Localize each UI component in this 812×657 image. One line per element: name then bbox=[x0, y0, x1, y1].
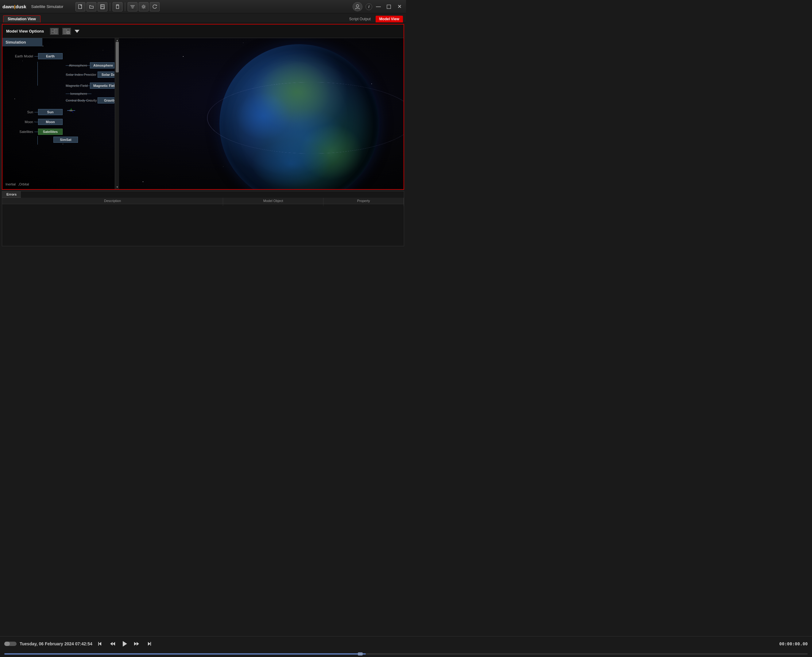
svg-rect-13 bbox=[387, 5, 391, 9]
simulation-header: Simulation bbox=[2, 38, 42, 46]
svg-rect-15 bbox=[51, 32, 54, 34]
scroll-down[interactable]: ▼ bbox=[115, 185, 120, 189]
earth-children: Atmosphere Atmosphere Solar Index Provid… bbox=[37, 62, 115, 104]
satellites-node[interactable]: Satellites bbox=[38, 129, 63, 135]
main-simulation-area: Model View Options bbox=[2, 24, 404, 190]
svg-rect-19 bbox=[67, 32, 70, 34]
obj-cell bbox=[223, 204, 323, 206]
script-output-tab[interactable]: Script Output bbox=[346, 16, 374, 22]
info-button[interactable]: i bbox=[365, 3, 372, 10]
svg-rect-25 bbox=[73, 110, 75, 111]
svg-rect-24 bbox=[67, 110, 70, 111]
atmosphere-row: Atmosphere Atmosphere bbox=[66, 62, 115, 69]
magnetic-label: Magnetic Field bbox=[66, 84, 87, 87]
atmosphere-node[interactable]: Atmosphere bbox=[90, 62, 115, 69]
solar-data-node[interactable]: Solar Data bbox=[98, 72, 115, 78]
reset-button[interactable] bbox=[150, 2, 160, 11]
svg-point-11 bbox=[143, 6, 144, 8]
sun-label: Sun bbox=[6, 110, 33, 114]
sim-tree: Simulation Earth Model Earth bbox=[2, 38, 115, 189]
sun-row: Sun Sun bbox=[6, 108, 115, 116]
ionosphere-row: Ionosphere bbox=[66, 91, 115, 96]
model-view-tab[interactable]: Model View bbox=[376, 16, 403, 22]
simsat-row: SimSat bbox=[53, 136, 115, 143]
magnetic-field-node[interactable]: Magnetic Field bbox=[90, 83, 115, 89]
save-button[interactable] bbox=[98, 2, 107, 11]
earth-node[interactable]: Earth bbox=[38, 53, 63, 59]
satellites-label: Satellites bbox=[6, 130, 33, 134]
gravity-label: Central Body Gravity bbox=[66, 98, 96, 102]
desc-cell bbox=[2, 204, 223, 206]
tree-scrollbar[interactable]: ▲ ▼ bbox=[115, 38, 119, 189]
moon-row: Moon Moon bbox=[6, 118, 115, 126]
open-button[interactable] bbox=[87, 2, 96, 11]
tree-panel: Simulation Earth Model Earth bbox=[2, 38, 119, 189]
svg-rect-5 bbox=[101, 7, 104, 9]
earth-model-label: Earth Model bbox=[6, 54, 33, 58]
earth-connector bbox=[34, 56, 38, 56]
right-tabs: Script Output Model View bbox=[346, 16, 403, 22]
view-icon-1[interactable] bbox=[50, 28, 59, 35]
svg-point-12 bbox=[356, 5, 359, 7]
toolbar bbox=[76, 2, 352, 11]
space-background: Simulation Earth Model Earth bbox=[2, 38, 404, 189]
orbital-label: ,Orbital bbox=[18, 182, 29, 186]
dropdown-arrow[interactable] bbox=[75, 30, 79, 33]
svg-rect-17 bbox=[64, 29, 66, 34]
errors-section: Errors Description Model Object Property bbox=[2, 191, 404, 246]
moon-node[interactable]: Moon bbox=[38, 119, 63, 125]
separator-2 bbox=[125, 2, 125, 11]
sun-node[interactable]: Sun bbox=[38, 109, 63, 115]
logo-text: dawn|dusk bbox=[2, 4, 26, 9]
gravity-node[interactable]: Gravity bbox=[98, 97, 115, 103]
clipboard-button[interactable] bbox=[113, 2, 123, 11]
tree-content: Earth Model Earth Atmosphere Atmosphere bbox=[2, 46, 115, 146]
satellite-marker bbox=[67, 107, 76, 114]
property-col-header: Property bbox=[323, 198, 404, 204]
close-button[interactable]: ✕ bbox=[395, 3, 404, 10]
solar-label: Solar Index Provider bbox=[66, 73, 96, 76]
svg-rect-16 bbox=[54, 29, 57, 34]
errors-table: Description Model Object Property bbox=[2, 198, 404, 206]
earth-model-row: Earth Model Earth bbox=[6, 53, 115, 60]
inertial-label: Inertial bbox=[6, 182, 16, 186]
settings-button[interactable] bbox=[139, 2, 149, 11]
tab-row: Simulation View Script Output Model View bbox=[0, 14, 406, 23]
description-col-header: Description bbox=[2, 198, 223, 204]
new-button[interactable] bbox=[76, 2, 85, 11]
separator-1 bbox=[110, 2, 110, 11]
atmosphere-label: Atmosphere bbox=[66, 64, 87, 67]
error-row-empty bbox=[2, 204, 404, 206]
errors-tab[interactable]: Errors bbox=[2, 191, 21, 198]
svg-rect-18 bbox=[67, 29, 70, 31]
magnetic-field-row: Magnetic Field Magnetic Field bbox=[66, 82, 115, 89]
solar-index-row: Solar Index Provider Solar Data bbox=[66, 71, 115, 78]
moon-label: Moon bbox=[6, 120, 33, 124]
maximize-button[interactable] bbox=[385, 3, 393, 10]
satellites-row: Satellites Satellites bbox=[6, 128, 115, 135]
app-title: Satellite Simulator bbox=[31, 4, 64, 9]
filter-button[interactable] bbox=[128, 2, 138, 11]
titlebar: dawn|dusk Satellite Simulator bbox=[0, 0, 406, 14]
options-label: Model View Options bbox=[6, 29, 44, 33]
scroll-thumb[interactable] bbox=[116, 42, 119, 72]
ionosphere-label: Ionosphere bbox=[66, 92, 87, 95]
model-object-col-header: Model Object bbox=[223, 198, 323, 204]
simsat-node[interactable]: SimSat bbox=[53, 137, 78, 143]
prop-cell bbox=[323, 204, 404, 206]
satellites-children: SimSat bbox=[37, 136, 115, 143]
minimize-button[interactable]: — bbox=[374, 3, 383, 10]
simulation-view-tab[interactable]: Simulation View bbox=[3, 16, 40, 22]
options-bar: Model View Options bbox=[2, 25, 404, 38]
gravity-row: Central Body Gravity Gravity bbox=[66, 97, 115, 104]
view-icon-2[interactable] bbox=[62, 28, 71, 35]
svg-rect-23 bbox=[70, 110, 72, 111]
window-controls: i — ✕ bbox=[352, 2, 404, 11]
bottom-labels: Inertial ,Orbital bbox=[6, 182, 29, 186]
logo-area: dawn|dusk Satellite Simulator bbox=[2, 4, 63, 9]
svg-rect-14 bbox=[51, 29, 54, 31]
user-button[interactable] bbox=[352, 2, 362, 11]
